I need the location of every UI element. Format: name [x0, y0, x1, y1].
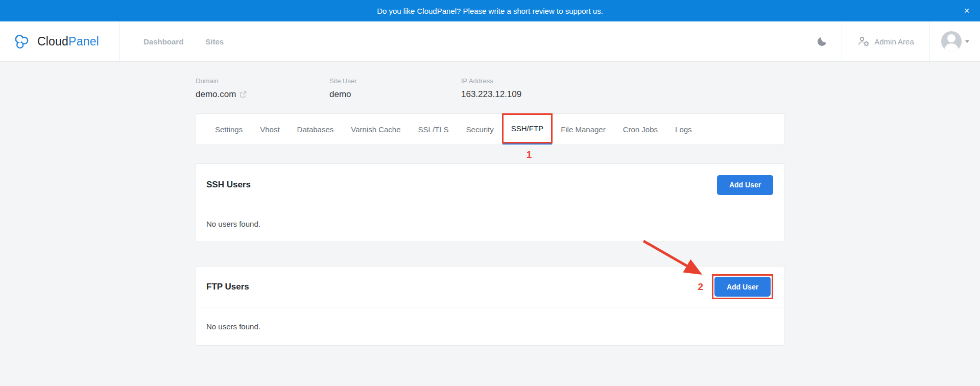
review-banner-message: Do you like CloudPanel? Please write a s…: [377, 7, 603, 15]
main-content: Domain demo.com Site User demo IP Addres…: [196, 62, 784, 346]
info-field-ip-address: IP Address 163.223.12.109: [461, 77, 521, 100]
site-info-row: Domain demo.com Site User demo IP Addres…: [196, 77, 784, 100]
moon-icon: [817, 36, 828, 47]
ftp-add-user-button[interactable]: Add User: [714, 277, 771, 297]
step1-number: 1: [527, 149, 532, 160]
review-banner: Do you like CloudPanel? Please write a s…: [0, 0, 980, 21]
ssh-users-body: No users found.: [196, 206, 784, 242]
brand-name: CloudPanel: [37, 35, 99, 49]
tab-vhost[interactable]: Vhost: [251, 114, 288, 144]
ftp-users-body: No users found.: [196, 307, 784, 345]
ssh-users-header: SSH Users Add User: [196, 164, 784, 206]
tab-file-manager[interactable]: File Manager: [552, 114, 614, 144]
close-icon[interactable]: ✕: [964, 7, 970, 14]
domain-label: Domain: [196, 77, 329, 85]
ssh-users-card: SSH Users Add User No users found.: [196, 163, 784, 242]
ssh-users-title: SSH Users: [206, 180, 251, 190]
user-menu[interactable]: [929, 21, 980, 61]
app-header: CloudPanel Dashboard Sites Admin Area: [0, 21, 980, 62]
tab-settings[interactable]: Settings: [206, 114, 251, 144]
ip-address-value: 163.223.12.109: [461, 89, 521, 100]
ip-address-label: IP Address: [461, 77, 521, 85]
admin-area-link[interactable]: Admin Area: [842, 21, 929, 61]
tab-cron-jobs[interactable]: Cron Jobs: [614, 114, 666, 144]
info-field-site-user: Site User demo: [329, 77, 461, 100]
ftp-users-title: FTP Users: [206, 282, 249, 292]
header-right-controls: Admin Area: [802, 21, 980, 61]
admin-area-label: Admin Area: [874, 37, 914, 46]
ftp-empty-text: No users found.: [206, 322, 260, 331]
manage-accounts-icon: [857, 36, 870, 46]
ssh-add-user-button[interactable]: Add User: [717, 175, 773, 195]
nav-item-dashboard[interactable]: Dashboard: [144, 37, 183, 46]
ftp-users-card: FTP Users 2 Add User No users found.: [196, 266, 784, 346]
cloud-logo-icon: [13, 33, 32, 50]
tab-security[interactable]: Security: [458, 114, 503, 144]
info-field-domain: Domain demo.com: [196, 77, 329, 100]
tab-varnish-cache[interactable]: Varnish Cache: [342, 114, 409, 144]
ftp-users-header: FTP Users 2 Add User: [196, 267, 784, 307]
brand-logo[interactable]: CloudPanel: [0, 21, 120, 61]
main-nav: Dashboard Sites: [144, 21, 802, 61]
external-link-icon[interactable]: [240, 91, 247, 98]
site-user-label: Site User: [329, 77, 461, 85]
step2-number: 2: [698, 281, 703, 293]
dark-mode-toggle[interactable]: [802, 21, 842, 61]
tab-databases[interactable]: Databases: [289, 114, 343, 144]
site-tabs: Settings Vhost Databases Varnish Cache S…: [196, 113, 784, 145]
tab-ssl-tls[interactable]: SSL/TLS: [410, 114, 458, 144]
site-tabs-wrap: Settings Vhost Databases Varnish Cache S…: [196, 113, 784, 145]
ssh-empty-text: No users found.: [206, 220, 260, 228]
chevron-down-icon: [965, 40, 969, 43]
avatar: [941, 31, 962, 52]
domain-value[interactable]: demo.com: [196, 89, 236, 100]
site-user-value: demo: [329, 89, 461, 100]
nav-item-sites[interactable]: Sites: [205, 37, 224, 46]
tab-ssh-ftp[interactable]: SSH/FTP: [503, 114, 552, 144]
step2-highlight-box: Add User: [712, 274, 773, 299]
tab-logs[interactable]: Logs: [666, 114, 701, 144]
